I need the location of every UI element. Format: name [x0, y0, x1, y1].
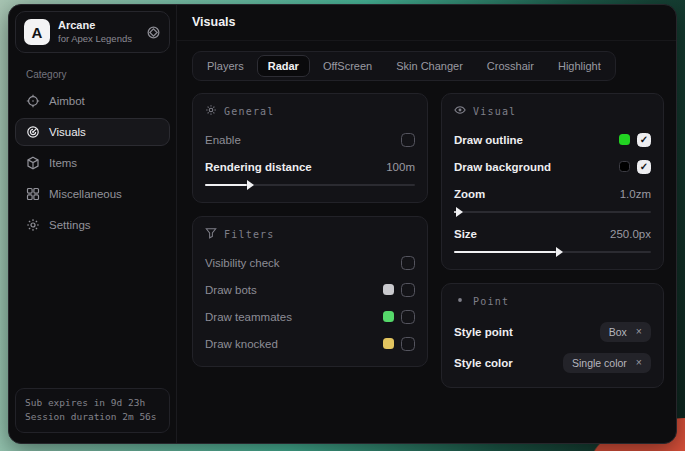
draw-teammates-label: Draw teammates	[205, 311, 292, 323]
sub-expiry: Sub expires in 9d 23h	[25, 396, 160, 411]
style-color-select[interactable]: Single color ×	[563, 353, 651, 373]
sidebar-item-label: Visuals	[49, 126, 86, 138]
visibility-check-label: Visibility check	[205, 257, 280, 269]
sidebar-item-miscellaneous[interactable]: Miscellaneous	[15, 180, 170, 208]
sidebar-item-label: Settings	[49, 219, 91, 231]
tab-radar[interactable]: Radar	[257, 55, 310, 77]
scope-icon[interactable]	[146, 25, 161, 40]
tab-crosshair[interactable]: Crosshair	[476, 55, 545, 77]
slider-fill	[454, 211, 456, 213]
draw-bots-row: Draw bots	[205, 279, 415, 300]
app-name: Arcane	[58, 19, 138, 33]
gear-sun-icon	[205, 104, 217, 118]
draw-outline-color-swatch[interactable]	[619, 134, 630, 145]
style-point-label: Style point	[454, 326, 513, 338]
draw-knocked-color-swatch[interactable]	[383, 338, 394, 349]
brand-card: A Arcane for Apex Legends	[15, 11, 170, 53]
panel-filters: Filters Visibility check Draw bots	[192, 216, 428, 367]
sidebar-item-label: Items	[49, 157, 77, 169]
panel-title: General	[224, 106, 275, 117]
zoom-value: 1.0zm	[620, 188, 651, 200]
main-content: Visuals Players Radar OffScreen Skin Cha…	[177, 5, 676, 443]
enable-checkbox[interactable]	[401, 133, 415, 147]
draw-outline-row: Draw outline ✓	[454, 129, 651, 150]
eye-icon	[454, 104, 466, 118]
rendering-distance-row: Rendering distance 100m	[205, 156, 415, 177]
arcane-window: A Arcane for Apex Legends Category	[8, 4, 677, 444]
draw-bots-checkbox[interactable]	[401, 283, 415, 297]
style-color-selected-value: Single color	[572, 357, 627, 369]
panel-title: Filters	[224, 229, 275, 240]
session-card: Sub expires in 9d 23h Session duration 2…	[15, 388, 170, 433]
sidebar: A Arcane for Apex Legends Category	[9, 5, 177, 443]
panel-visual: Visual Draw outline ✓ Draw background	[441, 93, 664, 270]
app-tagline: for Apex Legends	[58, 33, 138, 45]
page-title: Visuals	[177, 5, 676, 41]
draw-bots-label: Draw bots	[205, 284, 257, 296]
style-point-selected-value: Box	[609, 326, 627, 338]
tab-skin-changer[interactable]: Skin Changer	[385, 55, 474, 77]
draw-outline-label: Draw outline	[454, 134, 523, 146]
tab-players[interactable]: Players	[196, 55, 255, 77]
draw-background-checkbox[interactable]: ✓	[637, 160, 651, 174]
style-point-row: Style point Box ×	[454, 319, 651, 344]
enable-label: Enable	[205, 134, 241, 146]
rendering-distance-slider[interactable]	[205, 180, 415, 190]
draw-knocked-row: Draw knocked	[205, 333, 415, 354]
draw-knocked-label: Draw knocked	[205, 338, 278, 350]
sidebar-item-aimbot[interactable]: Aimbot	[15, 87, 170, 115]
slider-fill	[454, 251, 556, 253]
category-label: Category	[26, 69, 170, 80]
tab-offscreen[interactable]: OffScreen	[312, 55, 383, 77]
sidebar-item-label: Aimbot	[49, 95, 85, 107]
sidebar-item-visuals[interactable]: Visuals	[15, 118, 170, 146]
tab-highlight[interactable]: Highlight	[547, 55, 612, 77]
zoom-row: Zoom 1.0zm	[454, 183, 651, 204]
panel-title: Visual	[473, 106, 516, 117]
style-color-row: Style color Single color ×	[454, 350, 651, 375]
panel-title: Point	[473, 296, 509, 307]
panel-point: Point Style point Box × Style color	[441, 283, 664, 388]
grid-icon	[26, 187, 40, 201]
draw-background-label: Draw background	[454, 161, 551, 173]
style-point-select[interactable]: Box ×	[600, 322, 651, 342]
radar-icon	[26, 125, 40, 139]
zoom-slider[interactable]	[454, 207, 651, 217]
size-value: 250.0px	[610, 228, 651, 240]
sidebar-nav: Aimbot Visuals	[15, 87, 170, 239]
visibility-check-checkbox[interactable]	[401, 256, 415, 270]
draw-teammates-row: Draw teammates	[205, 306, 415, 327]
rendering-distance-label: Rendering distance	[205, 161, 312, 173]
point-icon	[454, 294, 466, 308]
draw-background-row: Draw background ✓	[454, 156, 651, 177]
gear-icon	[26, 218, 40, 232]
sidebar-item-label: Miscellaneous	[49, 188, 122, 200]
crosshair-icon	[26, 94, 40, 108]
size-label: Size	[454, 228, 477, 240]
draw-outline-checkbox[interactable]: ✓	[637, 133, 651, 147]
package-icon	[26, 156, 40, 170]
draw-bots-color-swatch[interactable]	[383, 284, 394, 295]
sidebar-item-settings[interactable]: Settings	[15, 211, 170, 239]
visibility-check-row: Visibility check	[205, 252, 415, 273]
app-logo: A	[24, 19, 50, 45]
size-row: Size 250.0px	[454, 223, 651, 244]
draw-knocked-checkbox[interactable]	[401, 337, 415, 351]
enable-row: Enable	[205, 129, 415, 150]
panel-general: General Enable Rendering distance 100m	[192, 93, 428, 203]
rendering-distance-value: 100m	[386, 161, 415, 173]
draw-background-color-swatch[interactable]	[619, 161, 630, 172]
draw-teammates-color-swatch[interactable]	[383, 311, 394, 322]
style-color-label: Style color	[454, 357, 513, 369]
session-duration: Session duration 2m 56s	[25, 410, 160, 425]
size-slider[interactable]	[454, 247, 651, 257]
desktop-background: A Arcane for Apex Legends Category	[0, 0, 685, 451]
sidebar-item-items[interactable]: Items	[15, 149, 170, 177]
funnel-icon	[205, 227, 217, 241]
slider-fill	[205, 184, 247, 186]
draw-teammates-checkbox[interactable]	[401, 310, 415, 324]
zoom-label: Zoom	[454, 188, 485, 200]
clear-icon[interactable]: ×	[636, 357, 642, 368]
tab-bar: Players Radar OffScreen Skin Changer Cro…	[192, 51, 616, 81]
clear-icon[interactable]: ×	[636, 326, 642, 337]
